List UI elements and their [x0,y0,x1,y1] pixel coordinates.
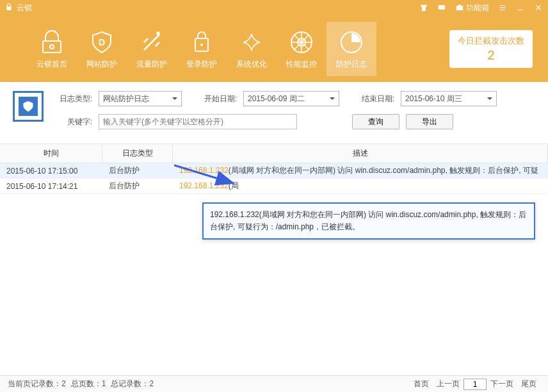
start-date-label: 开始日期: [201,94,237,104]
tshirt-icon[interactable] [419,3,428,12]
nav-label: 防护日志 [326,59,376,70]
log-icon [13,91,44,122]
nav-web-protect[interactable]: D 网站防护 [77,22,127,76]
page-input[interactable] [463,379,487,390]
nav-system-optimize[interactable]: 系统优化 [227,22,277,76]
log-type-label: 日志类型: [56,94,92,104]
main-toolbar: 云锁首页 D 网站防护 流量防护 登录防护 系统优化 性能监控 防护日志 今日拦… [0,15,548,82]
table-header: 时间 日志类型 描述 [0,144,548,163]
export-button[interactable]: 导出 [406,114,453,129]
today-count: 2 [457,48,525,63]
today-label: 今日拦截攻击次数 [457,35,525,47]
nav-performance[interactable]: 性能监控 [277,22,326,76]
th-time: 时间 [0,144,102,163]
lock-icon [5,3,17,13]
nav-label: 流量防护 [127,59,177,70]
end-date-select[interactable]: 2015-06-10 周三 [401,91,497,106]
svg-rect-3 [43,41,61,53]
cell-desc: 192.168.1.232(局域网 对方和您在同一内部网) 访问 win.dis… [173,165,548,176]
prev-page[interactable]: 上一页 [437,379,460,389]
svg-point-4 [50,45,54,49]
cell-type: 后台防护 [102,181,173,192]
app-title: 云锁 [17,3,32,13]
svg-text:D: D [99,37,105,47]
svg-point-7 [200,44,203,46]
minimize-icon[interactable] [516,3,525,12]
nav-home[interactable]: 云锁首页 [27,22,77,76]
keyword-label: 关键字: [56,117,92,127]
cell-time: 2015-06-10 17:15:00 [0,167,102,176]
last-page[interactable]: 尾页 [521,379,536,389]
start-date-select[interactable]: 2015-06-09 周二 [243,91,339,106]
nav-login-protect[interactable]: 登录防护 [177,22,227,76]
current-records: 当前页记录数：2 [8,379,66,389]
nav-label: 云锁首页 [27,59,77,70]
close-icon[interactable] [534,3,543,12]
cell-desc: 192.168.1.232(局 [173,181,548,192]
titlebar: 云锁 功能箱 [0,0,548,15]
query-button[interactable]: 查询 [352,114,399,129]
cell-time: 2015-06-10 17:14:21 [0,182,102,191]
table-row[interactable]: 2015-06-10 17:14:21 后台防护 192.168.1.232(局 [0,179,548,194]
svg-rect-2 [458,4,462,6]
nav-label: 网站防护 [77,59,127,70]
total-pages: 总页数：1 [71,379,106,389]
first-page[interactable]: 首页 [414,379,429,389]
total-records: 总记录数：2 [111,379,154,389]
nav-label: 系统优化 [227,59,277,70]
today-block-count: 今日拦截攻击次数 2 [449,30,533,68]
filter-panel: 日志类型: 网站防护日志 开始日期: 2015-06-09 周二 结束日期: 2… [0,82,548,143]
pagination-footer: 当前页记录数：2 总页数：1 总记录数：2 首页 上一页 下一页 尾页 [0,375,548,392]
chat-icon[interactable] [437,3,446,12]
th-type: 日志类型 [102,144,173,163]
end-date-label: 结束日期: [359,94,394,104]
table-row[interactable]: 2015-06-10 17:15:00 后台防护 192.168.1.232(局… [0,163,548,179]
toolbox-label: 功能箱 [466,3,489,13]
nav-label: 登录防护 [177,59,227,70]
menu-icon[interactable] [498,3,507,12]
nav-traffic-protect[interactable]: 流量防护 [127,22,177,76]
svg-rect-0 [439,5,446,10]
th-desc: 描述 [173,144,548,163]
next-page[interactable]: 下一页 [490,379,513,389]
toolbox-button[interactable]: 功能箱 [455,3,489,13]
row-tooltip: 192.168.1.232(局域网 对方和您在同一内部网) 访问 win.dis… [202,202,535,240]
log-table: 时间 日志类型 描述 2015-06-10 17:15:00 后台防护 192.… [0,143,548,194]
nav-protection-log[interactable]: 防护日志 [326,22,376,76]
keyword-input[interactable] [99,114,297,129]
nav-label: 性能监控 [277,59,326,70]
svg-rect-1 [456,6,463,10]
cell-type: 后台防护 [102,165,173,176]
log-type-select[interactable]: 网站防护日志 [99,91,182,106]
